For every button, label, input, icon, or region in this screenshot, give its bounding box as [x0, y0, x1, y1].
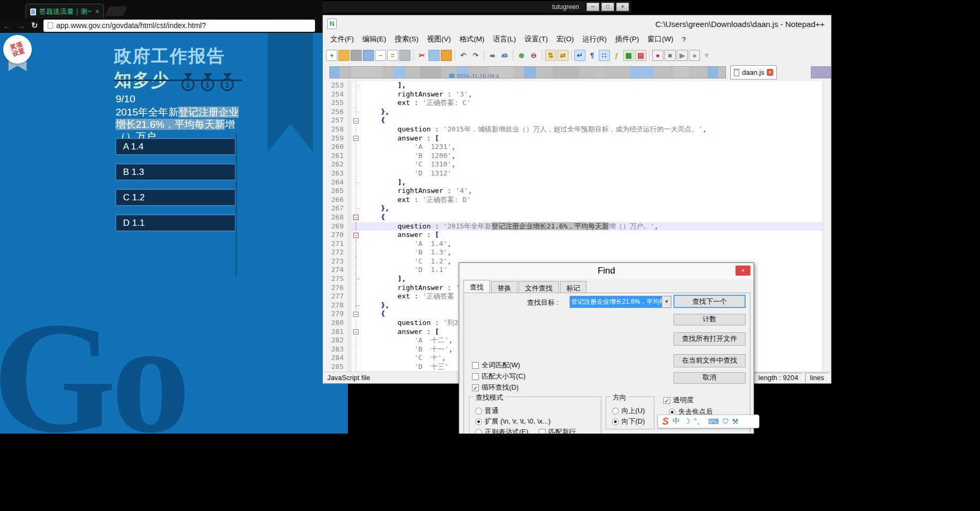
fold-margin[interactable]: [352, 196, 361, 205]
find-button[interactable]: 计数: [673, 314, 746, 325]
menu-t[interactable]: 设置(T): [520, 33, 552, 46]
code-line-269[interactable]: 269 question : '2015年全年新登记注册企业增长21.6%，平均…: [323, 222, 831, 231]
code-line-270[interactable]: 270− answer : [: [323, 231, 831, 240]
new-file-icon[interactable]: +: [326, 50, 337, 61]
sogou-logo[interactable]: S: [662, 416, 669, 427]
menu-v[interactable]: 视图(V): [423, 33, 455, 46]
fold-margin[interactable]: [352, 108, 361, 117]
show-whitespace-icon[interactable]: ∷: [599, 50, 610, 61]
fold-margin[interactable]: [352, 187, 361, 196]
macro-run-multiple-icon[interactable]: »: [689, 50, 700, 61]
checkbox-icon[interactable]: [472, 362, 479, 369]
half-moon-icon[interactable]: ☽: [684, 417, 690, 426]
find-dialog-titlebar[interactable]: Find: [459, 263, 754, 279]
zoom-in-icon[interactable]: ⊕: [516, 50, 527, 61]
code-line-263[interactable]: 263 'D 1312': [323, 169, 831, 178]
fold-margin[interactable]: [352, 204, 361, 213]
menu-s[interactable]: 搜索(S): [390, 33, 423, 46]
code-line-272[interactable]: 272 'B 1.3',: [323, 248, 831, 257]
find-button[interactable]: 取消: [673, 372, 746, 384]
fold-collapse-icon[interactable]: −: [353, 136, 358, 141]
code-line-264[interactable]: 264 ],: [323, 178, 831, 187]
menu-f[interactable]: 文件(F): [326, 33, 358, 46]
reload-icon[interactable]: ↻: [28, 21, 41, 30]
address-bar[interactable]: app.www.gov.cn/govdata/html/cst/index.ht…: [43, 20, 315, 32]
find-icon[interactable]: ∞: [487, 50, 498, 61]
browser-tab[interactable]: 答题送流量｜测一测 ×: [25, 4, 104, 19]
code-line-253[interactable]: 253 ],: [323, 81, 831, 90]
code-line-268[interactable]: 268− {: [323, 213, 831, 222]
fold-margin[interactable]: [352, 266, 361, 275]
fold-margin[interactable]: [352, 125, 361, 134]
fold-margin[interactable]: [352, 257, 361, 266]
menu-?[interactable]: ?: [678, 34, 690, 45]
fold-margin[interactable]: [352, 160, 361, 169]
fold-margin[interactable]: −: [352, 116, 361, 125]
checkbox-icon[interactable]: ✓: [472, 384, 479, 391]
fold-collapse-icon[interactable]: −: [353, 329, 358, 334]
checkbox-icon[interactable]: [472, 373, 479, 380]
fold-margin[interactable]: [352, 240, 361, 249]
radio-icon[interactable]: [612, 418, 619, 425]
direction-radio[interactable]: 向上(U): [612, 406, 645, 416]
search-mode-radio[interactable]: 扩展 (\n, \r, \t, \0, \x...): [475, 417, 550, 426]
menu-e[interactable]: 编辑(E): [358, 33, 390, 46]
open-file-icon[interactable]: [338, 50, 349, 61]
chevron-down-icon[interactable]: ▼: [662, 296, 671, 307]
menu-o[interactable]: 宏(O): [552, 33, 578, 46]
soft-keyboard-icon[interactable]: ⌨: [708, 417, 719, 426]
code-line-271[interactable]: 271 'A 1.4',: [323, 240, 831, 249]
fold-margin[interactable]: [352, 284, 361, 293]
transparency-checkbox[interactable]: ✓ 透明度: [663, 395, 694, 405]
paste-icon[interactable]: [441, 50, 452, 61]
copy-icon[interactable]: [428, 50, 440, 61]
editor-scrollbar[interactable]: [822, 81, 831, 372]
fold-margin[interactable]: [352, 354, 361, 363]
close-button[interactable]: ×: [616, 3, 629, 11]
answer-option-a[interactable]: A 1.4: [116, 138, 235, 155]
radio-icon[interactable]: [612, 408, 619, 415]
code-line-259[interactable]: 259− answer : [: [323, 134, 831, 143]
code-line-254[interactable]: 254 rightAnswer : '3',: [323, 90, 831, 99]
code-line-260[interactable]: 260 'A 1231',: [323, 143, 831, 152]
fold-margin[interactable]: −: [352, 213, 361, 222]
fold-margin[interactable]: [352, 275, 361, 284]
code-line-255[interactable]: 255 ext : '正确答案: C': [323, 99, 831, 108]
code-line-261[interactable]: 261 'B 1200',: [323, 152, 831, 161]
menu-l[interactable]: 语言(L): [489, 33, 521, 46]
code-line-256[interactable]: 256 },: [323, 108, 831, 117]
fold-margin[interactable]: [352, 152, 361, 161]
search-mode-radio[interactable]: 普通: [475, 406, 498, 416]
fold-margin[interactable]: [352, 301, 361, 310]
fold-collapse-icon[interactable]: −: [353, 233, 358, 238]
cut-icon[interactable]: ✂: [416, 50, 427, 61]
fold-margin[interactable]: [352, 169, 361, 178]
dialog-close-icon[interactable]: ×: [736, 266, 750, 276]
macro-save-icon[interactable]: ▼: [701, 50, 712, 61]
fold-collapse-icon[interactable]: −: [353, 215, 358, 220]
award-badge[interactable]: 奖项设置: [3, 35, 32, 64]
chinese-mode-icon[interactable]: 中: [672, 417, 680, 426]
fold-margin[interactable]: [352, 222, 361, 231]
sogou-ime-bar[interactable]: S 中☽°。⌨⛉⚒: [658, 415, 759, 428]
macro-record-icon[interactable]: ●: [652, 50, 663, 61]
checkbox-icon[interactable]: ✓: [663, 397, 670, 404]
code-line-262[interactable]: 262 'C 1310',: [323, 160, 831, 169]
code-line-258[interactable]: 258 question : '2015年，城镇新增就业（）万人，超过全年预期目…: [323, 125, 831, 134]
code-line-266[interactable]: 266 ext : '正确答案: D': [323, 196, 831, 205]
menu-m[interactable]: 格式(M): [455, 33, 488, 46]
save-icon[interactable]: [351, 50, 362, 61]
fold-margin[interactable]: [352, 178, 361, 187]
notepadpp-titlebar[interactable]: N C:\Users\green\Downloads\daan.js - Not…: [323, 15, 831, 32]
answer-option-c[interactable]: C 1.2: [116, 189, 235, 206]
zoom-out-icon[interactable]: ⊖: [528, 50, 539, 61]
answer-option-d[interactable]: D 1.1: [116, 215, 235, 231]
fold-margin[interactable]: [352, 248, 361, 257]
minimize-button[interactable]: ─: [587, 3, 599, 11]
menu-w[interactable]: 窗口(W): [643, 33, 678, 46]
close-icon[interactable]: −: [375, 50, 386, 61]
fold-margin[interactable]: [352, 81, 361, 90]
code-line-257[interactable]: 257− {: [323, 116, 831, 125]
tab-daan-js[interactable]: daan.js ×: [730, 65, 777, 80]
fold-margin[interactable]: [352, 143, 361, 152]
